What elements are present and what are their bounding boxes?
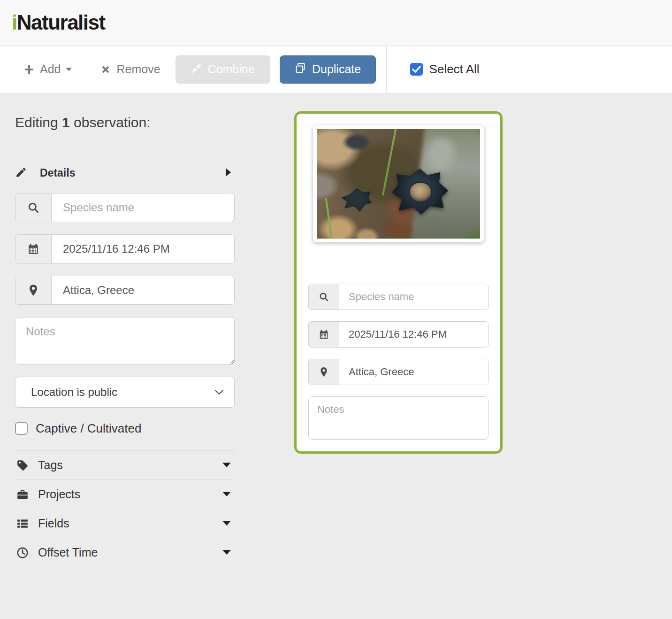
section-accordion: Tags Projects Fields — [15, 450, 235, 567]
observation-photo[interactable] — [317, 129, 480, 239]
copy-icon — [294, 62, 306, 77]
editing-suffix: observation: — [74, 115, 150, 130]
details-header[interactable]: Details — [15, 153, 235, 193]
combine-label: Combine — [208, 62, 255, 76]
card-location-input[interactable] — [339, 359, 488, 385]
search-icon — [15, 193, 52, 222]
species-field-group — [15, 193, 235, 222]
caret-down-icon — [66, 67, 72, 71]
search-icon — [309, 284, 339, 310]
notes-textarea[interactable] — [15, 317, 235, 364]
captive-label: Captive / Cultivated — [36, 421, 141, 436]
date-field-group — [15, 234, 235, 263]
editing-heading: Editing 1 observation: — [15, 115, 235, 131]
section-tags[interactable]: Tags — [15, 450, 235, 480]
card-species-field-group — [308, 284, 489, 310]
section-label: Projects — [38, 487, 80, 501]
editing-prefix: Editing — [15, 115, 58, 130]
list-icon — [15, 518, 30, 530]
location-input[interactable] — [52, 276, 234, 304]
section-fields[interactable]: Fields — [15, 509, 235, 538]
editing-count: 1 — [62, 115, 70, 130]
calendar-icon — [309, 322, 339, 347]
select-all-checkbox[interactable] — [410, 63, 423, 76]
combine-button[interactable]: Combine — [176, 55, 270, 84]
observation-card[interactable] — [294, 111, 503, 454]
card-notes-textarea[interactable] — [308, 396, 489, 440]
caret-down-icon — [222, 490, 231, 499]
section-label: Offset Time — [38, 546, 98, 559]
toolbar: Add Remove Combine Duplicate — [0, 46, 672, 93]
logo-i: i — [12, 11, 17, 34]
duplicate-label: Duplicate — [312, 62, 361, 76]
select-all-checkbox-row[interactable]: Select All — [410, 62, 480, 77]
calendar-icon — [15, 235, 52, 263]
inaturalist-logo[interactable]: iNaturalist — [12, 12, 105, 33]
chevron-down-icon — [214, 389, 224, 395]
details-label: Details — [40, 167, 75, 179]
pencil-icon — [15, 166, 27, 180]
x-icon — [100, 64, 111, 75]
section-label: Tags — [38, 458, 63, 472]
remove-button[interactable]: Remove — [100, 62, 160, 76]
edit-panel: Editing 1 observation: Details — [15, 93, 235, 567]
card-date-field-group — [308, 321, 489, 348]
caret-right-icon — [225, 168, 231, 178]
select-all-label: Select All — [429, 62, 480, 77]
card-location-field-group — [308, 359, 489, 385]
caret-down-icon — [222, 461, 231, 470]
date-input[interactable] — [52, 235, 234, 263]
captive-checkbox-row[interactable]: Captive / Cultivated — [15, 421, 235, 436]
add-button[interactable]: Add — [23, 62, 72, 76]
add-label: Add — [40, 62, 61, 76]
map-pin-icon — [309, 359, 339, 385]
caret-down-icon — [222, 519, 231, 528]
section-projects[interactable]: Projects — [15, 480, 235, 509]
main-content: Editing 1 observation: Details — [0, 93, 672, 619]
photo-earthstar-fungus — [392, 169, 448, 215]
section-offset-time[interactable]: Offset Time — [15, 538, 235, 567]
combine-arrows-icon — [191, 62, 202, 77]
photo-fungus-cup — [410, 183, 431, 201]
card-date-input[interactable] — [339, 322, 488, 347]
tag-icon — [15, 459, 30, 472]
captive-checkbox[interactable] — [15, 422, 28, 435]
briefcase-icon — [15, 488, 30, 501]
geoprivacy-select[interactable]: Location is public — [15, 377, 235, 408]
location-field-group — [15, 276, 235, 305]
geoprivacy-value: Location is public — [31, 386, 117, 399]
duplicate-button[interactable]: Duplicate — [280, 55, 376, 84]
caret-down-icon — [222, 549, 231, 557]
map-pin-icon — [15, 276, 52, 304]
card-fields — [308, 284, 489, 440]
remove-label: Remove — [116, 62, 160, 76]
card-species-input[interactable] — [339, 284, 488, 310]
plus-icon — [23, 64, 35, 75]
photo-frame[interactable] — [313, 125, 484, 242]
toolbar-divider — [386, 46, 387, 93]
species-name-input[interactable] — [52, 193, 234, 222]
logo-rest: Naturalist — [17, 11, 105, 34]
app-header: iNaturalist — [0, 0, 672, 46]
check-icon — [412, 66, 421, 73]
section-label: Fields — [38, 517, 69, 530]
clock-icon — [15, 547, 30, 559]
